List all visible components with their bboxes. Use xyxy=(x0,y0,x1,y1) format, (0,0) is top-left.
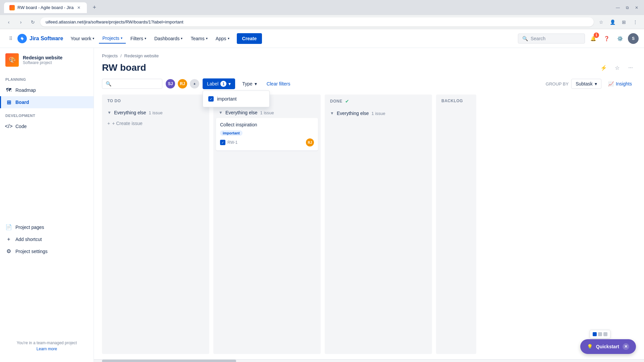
tab-favicon xyxy=(9,5,15,10)
user-avatar[interactable]: S xyxy=(628,33,639,44)
column-todo: TO DO ▼ Everything else 1 issue + + Crea… xyxy=(102,95,209,354)
nav-filters[interactable]: Filters ▾ xyxy=(127,34,150,43)
new-tab-button[interactable]: + xyxy=(90,3,99,12)
board-icon: ⊞ xyxy=(5,99,12,106)
page-dot-2[interactable] xyxy=(598,332,602,336)
section-header[interactable]: ▼ Everything else 1 issue xyxy=(105,107,207,118)
notification-badge: 1 xyxy=(594,33,599,38)
search-box[interactable]: 🔍 Search xyxy=(518,34,585,44)
avatar-rj[interactable]: RJ xyxy=(177,78,188,89)
section-header-inprogress[interactable]: ▼ Everything else 1 issue xyxy=(216,107,318,118)
section-header-done[interactable]: ▼ Everything else 1 issue xyxy=(327,108,429,119)
browser-chrome: RW board - Agile board - Jira ✕ + — ⧉ ✕ xyxy=(0,0,644,15)
sidebar-item-board[interactable]: ⊞ Board xyxy=(0,96,94,108)
forward-button[interactable]: › xyxy=(16,17,25,27)
issue-card[interactable]: Collect inspiration important ✓ RW-1 RJ xyxy=(216,118,318,150)
section-count-inprogress: 1 issue xyxy=(260,110,274,115)
section-count-done: 1 issue xyxy=(372,111,385,116)
sidebar-item-project-pages[interactable]: 📄 Project pages xyxy=(0,221,94,233)
breadcrumb-separator: / xyxy=(120,53,122,58)
more-button[interactable]: ⋮ xyxy=(631,17,640,27)
chevron-down-icon: ▾ xyxy=(595,81,597,86)
nav-dashboards[interactable]: Dashboards ▾ xyxy=(151,34,186,43)
jira-logo[interactable]: Jira Software xyxy=(17,34,63,43)
page-dot-1[interactable] xyxy=(593,332,597,336)
sidebar-footer: You're in a team-managed project Learn m… xyxy=(0,335,94,357)
address-bar: ‹ › ↻ ☆ 👤 ⊞ ⋮ xyxy=(0,15,644,29)
avatar-sj[interactable]: SJ xyxy=(165,78,176,89)
avatar-more[interactable]: + xyxy=(189,78,200,89)
done-check-icon: ✔ xyxy=(345,99,349,104)
board-search-field[interactable]: 🔍 xyxy=(102,79,162,89)
group-by-button[interactable]: Subtask ▾ xyxy=(571,79,601,89)
board-label: Board xyxy=(15,100,29,105)
chevron-icon: ▾ xyxy=(93,37,94,40)
close-button[interactable]: ✕ xyxy=(633,4,640,11)
planning-section-label: PLANNING xyxy=(0,72,94,84)
notifications-button[interactable]: 🔔 1 xyxy=(588,33,598,44)
nav-teams[interactable]: Teams ▾ xyxy=(187,34,211,43)
nav-your-work[interactable]: Your work ▾ xyxy=(67,34,98,43)
board-title: RW board xyxy=(102,62,146,73)
star-button[interactable]: ☆ xyxy=(612,62,623,73)
create-button[interactable]: Create xyxy=(237,33,262,44)
sidebar-item-roadmap[interactable]: 🗺 Roadmap xyxy=(0,84,94,96)
minimize-button[interactable]: — xyxy=(614,4,621,11)
quickstart-icon: 💡 xyxy=(587,344,593,349)
breadcrumb: Projects / Redesign website xyxy=(102,53,636,58)
browser-tab[interactable]: RW board - Agile board - Jira ✕ xyxy=(4,2,87,13)
add-shortcut-label: Add shortcut xyxy=(15,237,42,242)
board-search-input[interactable] xyxy=(113,81,159,86)
sidebar-item-add-shortcut[interactable]: + Add shortcut xyxy=(0,233,94,245)
search-icon: 🔍 xyxy=(106,81,111,86)
profile-button[interactable]: 👤 xyxy=(608,17,617,27)
create-issue-button[interactable]: + + Create issue xyxy=(105,118,207,129)
board-toolbar: 🔍 SJ RJ + Label 1 ▾ xyxy=(94,78,644,95)
sidebar-item-code[interactable]: </> Code xyxy=(0,120,94,132)
insights-button[interactable]: 📈 Insights xyxy=(604,79,636,88)
tab-close-button[interactable]: ✕ xyxy=(76,5,82,10)
scrollbar-thumb[interactable] xyxy=(102,360,236,362)
add-shortcut-icon: + xyxy=(5,236,12,243)
breadcrumb-projects-link[interactable]: Projects xyxy=(102,53,118,58)
quickstart-button[interactable]: 💡 Quickstart ✕ xyxy=(580,339,636,354)
refresh-button[interactable]: ↻ xyxy=(28,17,38,27)
help-button[interactable]: ❓ xyxy=(601,33,612,44)
quickstart-close-button[interactable]: ✕ xyxy=(623,343,629,350)
issue-meta: ✓ RW-1 RJ xyxy=(220,138,314,146)
more-options-button[interactable]: ··· xyxy=(625,62,636,73)
horizontal-scrollbar[interactable] xyxy=(94,359,644,362)
label-filter-button[interactable]: Label 1 ▾ xyxy=(203,78,235,89)
restore-button[interactable]: ⧉ xyxy=(624,4,631,11)
column-todo-content: ▼ Everything else 1 issue + + Create iss… xyxy=(102,107,209,354)
code-label: Code xyxy=(15,124,26,129)
sidebar-item-project-settings[interactable]: ⚙ Project settings xyxy=(0,245,94,257)
lightning-button[interactable]: ⚡ xyxy=(598,62,609,73)
nav-projects[interactable]: Projects ▾ xyxy=(99,34,126,44)
label-dropdown-item-important[interactable]: ✓ important xyxy=(203,94,269,104)
pagination-area xyxy=(590,330,610,339)
page-dot-3[interactable] xyxy=(603,332,607,336)
clear-filters-button[interactable]: Clear filters xyxy=(264,79,293,88)
column-in-progress-content: ▼ Everything else 1 issue Collect inspir… xyxy=(213,107,321,354)
project-name: Redesign website xyxy=(23,55,88,60)
pages-icon: 📄 xyxy=(5,224,12,231)
chart-icon: 📈 xyxy=(608,81,614,86)
bookmark-button[interactable]: ☆ xyxy=(596,17,606,27)
board-scroll-area[interactable]: TO DO ▼ Everything else 1 issue + + Crea… xyxy=(94,95,644,359)
learn-more-link[interactable]: Learn more xyxy=(5,347,88,351)
group-by-value: Subtask xyxy=(576,81,593,86)
column-in-progress: IN PROGRESS ▼ Everything else 1 issue Co… xyxy=(213,95,321,354)
url-input[interactable] xyxy=(40,17,594,26)
settings-button[interactable]: ⚙️ xyxy=(614,33,625,44)
app-switcher-button[interactable]: ⠿ xyxy=(5,33,16,44)
chevron-icon: ▾ xyxy=(145,37,146,40)
type-filter-button[interactable]: Type ▾ xyxy=(238,79,261,89)
create-issue-label: + Create issue xyxy=(112,121,143,126)
board-header: Projects / Redesign website RW board ⚡ ☆… xyxy=(94,48,644,78)
issue-checkbox: ✓ xyxy=(220,140,225,145)
nav-apps[interactable]: Apps ▾ xyxy=(212,34,233,43)
extensions-button[interactable]: ⊞ xyxy=(619,17,629,27)
back-button[interactable]: ‹ xyxy=(4,17,13,27)
top-navigation: ⠿ Jira Software Your work ▾ Projects ▾ F… xyxy=(0,29,644,48)
